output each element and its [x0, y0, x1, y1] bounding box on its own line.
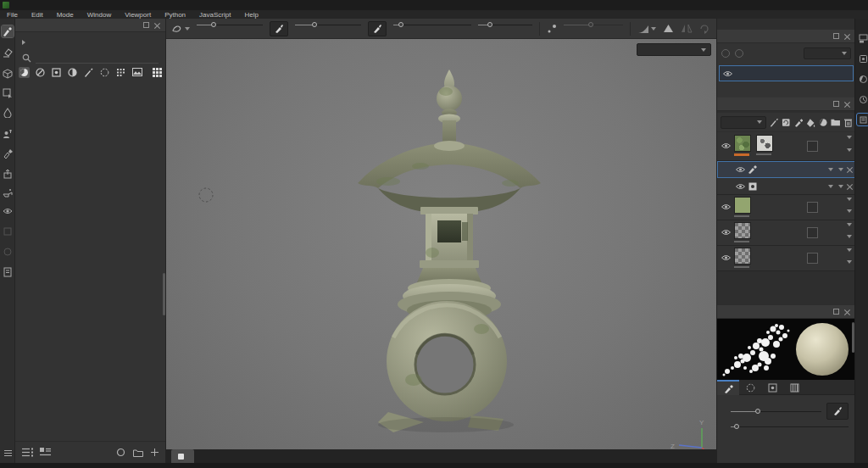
blend-mode-dropdown[interactable]: [845, 136, 852, 139]
export-tool[interactable]: [2, 168, 14, 180]
dock-history-icon[interactable]: [857, 93, 868, 105]
eye-icon[interactable]: [721, 229, 731, 236]
filter-alphas[interactable]: [99, 67, 110, 78]
size-alpha-button[interactable]: [270, 21, 288, 36]
blend-mode-dropdown[interactable]: [826, 185, 833, 188]
blend-mode-dropdown[interactable]: [845, 248, 852, 252]
size-link-button[interactable]: [826, 403, 849, 420]
float-panel-icon[interactable]: [833, 101, 839, 107]
library-selector[interactable]: [15, 36, 165, 49]
flow-slider-group[interactable]: [295, 21, 361, 36]
eye-icon[interactable]: [723, 70, 732, 77]
eye-icon[interactable]: [736, 183, 745, 190]
opacity-dropdown[interactable]: [845, 260, 852, 264]
eye-icon[interactable]: [721, 254, 731, 261]
eye-icon[interactable]: [736, 166, 745, 173]
opacity-dropdown[interactable]: [845, 148, 852, 152]
filter-environments[interactable]: [131, 67, 142, 78]
mask-tab[interactable]: [171, 449, 194, 463]
stroke-opacity-slider[interactable]: [393, 21, 471, 28]
mask-thumbnail[interactable]: [756, 135, 773, 155]
layer-thumbnail[interactable]: [734, 248, 751, 268]
filter-materials[interactable]: [19, 67, 30, 78]
import-folder-icon[interactable]: [133, 448, 143, 457]
eye-icon[interactable]: [721, 142, 731, 149]
filter-smart-materials[interactable]: [35, 67, 46, 78]
grid-view-toggle[interactable]: [152, 67, 163, 78]
tab-stencil[interactable]: [761, 380, 783, 395]
filter-smart-masks[interactable]: [51, 67, 62, 78]
size-slider[interactable]: [197, 21, 263, 28]
projection-tool[interactable]: [2, 68, 14, 80]
brush-size-slider[interactable]: [731, 408, 821, 415]
isolate-icon[interactable]: [735, 49, 743, 58]
resources-tool[interactable]: [2, 266, 14, 278]
add-fill-layer-icon[interactable]: [806, 118, 815, 127]
close-panel-icon[interactable]: [844, 33, 850, 39]
opacity-dropdown[interactable]: [837, 185, 843, 188]
tab-alpha[interactable]: [739, 380, 761, 395]
menu-item[interactable]: File: [0, 11, 25, 19]
falloff-curve-button[interactable]: [637, 24, 656, 34]
menu-item[interactable]: Mode: [50, 11, 81, 19]
opacity-dropdown[interactable]: [845, 209, 852, 213]
show-all-icon[interactable]: [721, 49, 730, 58]
layer-thumbnail[interactable]: [734, 135, 751, 156]
add-smart-material-icon[interactable]: [782, 118, 790, 127]
filter-brushes[interactable]: [83, 67, 94, 78]
shading-mode-dropdown[interactable]: [637, 43, 711, 56]
remove-effect-icon[interactable]: [847, 166, 853, 172]
brush-preset-button[interactable]: [171, 23, 190, 35]
blend-mode-dropdown[interactable]: [845, 198, 852, 201]
blend-mode-dropdown[interactable]: [826, 168, 833, 171]
menu-item[interactable]: Edit: [25, 11, 50, 19]
assets-scrollbar[interactable]: [163, 273, 165, 315]
viewer-settings-tool[interactable]: [2, 205, 14, 217]
filter-procedurals[interactable]: [115, 67, 126, 78]
dock-shader-settings-icon[interactable]: [857, 73, 868, 85]
viewport-canvas[interactable]: Y Z X: [166, 39, 716, 449]
add-folder-icon[interactable]: [831, 118, 840, 126]
particles-tool[interactable]: [2, 187, 14, 198]
layer-row-colortint[interactable]: [717, 195, 855, 220]
layer-row-concrete-dusty[interactable]: [717, 220, 855, 246]
symmetry-button[interactable]: [663, 24, 674, 33]
texture-set-settings-dropdown[interactable]: [804, 47, 851, 59]
polygon-fill-tool[interactable]: [2, 87, 14, 99]
menu-item[interactable]: Window: [81, 11, 118, 19]
float-panel-icon[interactable]: [833, 33, 839, 39]
tab-material[interactable]: [783, 380, 805, 395]
smudge-tool[interactable]: [2, 107, 14, 119]
search-input[interactable]: [36, 52, 159, 64]
channel-selector-dropdown[interactable]: [721, 116, 766, 129]
menu-item[interactable]: JavaScript: [192, 11, 237, 19]
opacity-dropdown[interactable]: [845, 235, 852, 238]
clone-tool[interactable]: [2, 128, 14, 140]
layer-effect-paint[interactable]: [717, 161, 855, 178]
dock-layers-icon[interactable]: [857, 114, 868, 125]
add-effect-icon[interactable]: [770, 118, 778, 127]
opacity-dropdown[interactable]: [837, 168, 843, 171]
add-smart-mask-icon[interactable]: [819, 118, 827, 127]
layer-row-rust-pine[interactable]: [717, 132, 855, 161]
close-panel-icon[interactable]: [844, 309, 850, 315]
lazy-mouse-icon[interactable]: [547, 24, 557, 34]
add-resource-icon[interactable]: [151, 448, 159, 456]
layer-thumbnail[interactable]: [734, 222, 751, 242]
close-panel-icon[interactable]: [154, 22, 160, 28]
dock-texture-set-icon[interactable]: [857, 32, 868, 44]
blend-mode-dropdown[interactable]: [845, 223, 852, 226]
material-picker-tool[interactable]: [2, 148, 14, 159]
filter-textures[interactable]: [67, 67, 78, 78]
remove-effect-icon[interactable]: [847, 183, 853, 189]
add-paint-layer-icon[interactable]: [794, 118, 803, 127]
menu-item[interactable]: Python: [158, 11, 192, 19]
float-panel-icon[interactable]: [143, 22, 149, 28]
delete-layer-icon[interactable]: [844, 118, 853, 127]
menu-item[interactable]: Help: [237, 11, 264, 19]
size-slider-group[interactable]: [197, 21, 263, 36]
flow-slider[interactable]: [295, 21, 361, 28]
list-view-icon[interactable]: [22, 448, 33, 457]
min-size-slider[interactable]: [731, 423, 849, 430]
refresh-shelf-icon[interactable]: [116, 448, 125, 457]
